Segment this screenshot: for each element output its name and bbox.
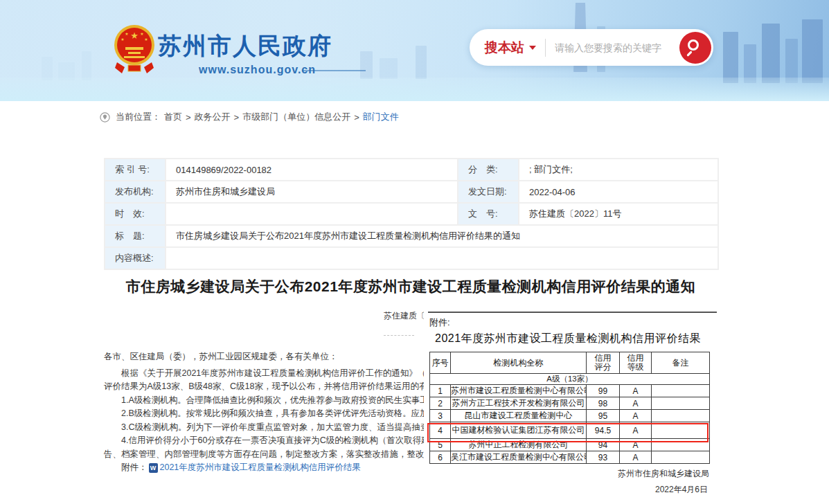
cell-remark	[652, 439, 710, 451]
search-input[interactable]	[555, 42, 679, 53]
attachment-label: 附件：	[121, 462, 148, 474]
cell-no: 1	[430, 385, 451, 397]
meta-value-agency: 苏州市住房和城乡建设局	[166, 181, 458, 203]
search-divider	[545, 39, 546, 57]
table-row: 5 苏州中正工程检测有限公司 94 A	[430, 439, 710, 451]
breadcrumb-label: 当前位置：	[116, 111, 161, 123]
cell-name: 苏州中正工程检测有限公司	[451, 439, 587, 451]
cell-no: 6	[430, 451, 451, 464]
cell-score: 98	[587, 397, 620, 410]
table-row: 2 苏州方正工程技术开发检测有限公司 98 A	[430, 397, 710, 410]
meta-label-category: 分 类:	[458, 159, 519, 181]
search-button[interactable]	[679, 32, 711, 64]
cell-remark	[652, 422, 710, 439]
cell-remark	[652, 397, 710, 410]
table-row: 内容概述:	[105, 247, 718, 269]
cell-no: 4	[430, 422, 451, 439]
site-url: www.suzhou.gov.cn	[199, 64, 316, 76]
search-scope-dropdown[interactable]: 搜本站	[485, 39, 536, 57]
table-row: 6 吴江市建设工程质量检测中心有限公司 93 A	[430, 451, 710, 464]
panel-top-rule	[428, 312, 717, 313]
table-row: 标 题: 市住房城乡建设局关于公布2021年度苏州市建设工程质量检测机构信用评价…	[105, 225, 718, 247]
cell-name: 中国建材检验认证集团江苏有限公司	[451, 422, 587, 439]
table-row: 1 苏州市建设工程质量检测中心有限公司 99 A	[430, 385, 710, 397]
table-row-highlighted: 4 中国建材检验认证集团江苏有限公司 94.5 A	[430, 422, 710, 439]
col-header-grade: 信用等级	[620, 352, 652, 374]
panel-attachment-label: 附件:	[429, 316, 720, 329]
breadcrumb-separator: >	[186, 112, 191, 123]
meta-label-docno: 文 号:	[458, 203, 519, 225]
cell-remark	[652, 451, 710, 464]
cell-remark	[652, 385, 710, 397]
meta-value-docno: 苏住建质〔2022〕11号	[519, 203, 718, 225]
cell-remark	[652, 410, 710, 422]
dashed-line-fragment	[384, 335, 414, 336]
cell-score: 95	[587, 410, 620, 422]
meta-label-date: 发文日期:	[458, 181, 519, 203]
svg-text:★: ★	[140, 32, 143, 36]
cell-no: 2	[430, 397, 451, 410]
credit-rating-table: 序号 检测机构全称 信用评分 信用等级 备注 A级（13家） 1 苏州市建设工程…	[429, 352, 710, 464]
attachment-preview-panel: 附件: 2021年度苏州市建设工程质量检测机构信用评价结果 序号 检测机构全称 …	[424, 302, 720, 504]
col-header-name: 检测机构全称	[451, 352, 587, 374]
water-band	[0, 78, 829, 101]
panel-title: 2021年度苏州市建设工程质量检测机构信用评价结果	[435, 332, 720, 346]
cell-name: 吴江市建设工程质量检测中心有限公司	[451, 451, 587, 464]
cell-grade: A	[620, 439, 652, 451]
breadcrumb-item-dept-info[interactable]: 市级部门（单位）信息公开	[242, 111, 350, 123]
breadcrumb-item-home[interactable]: 首页	[164, 111, 182, 123]
search-icon	[688, 39, 699, 51]
signature-date: 2022年4月6日	[424, 484, 708, 496]
col-header-score: 信用评分	[587, 352, 620, 374]
meta-label-agency: 发布机构:	[105, 181, 166, 203]
signature: 苏州市住房和城乡建设局	[424, 468, 709, 480]
meta-label-title: 标 题:	[105, 225, 166, 247]
word-doc-icon: W	[149, 463, 158, 473]
table-row: 时 效: 文 号: 苏住建质〔2022〕11号	[105, 203, 718, 225]
cell-score: 99	[587, 385, 620, 397]
cell-grade: A	[620, 397, 652, 410]
search-scope-label: 搜本站	[485, 39, 524, 57]
meta-value-date: 2022-04-06	[519, 181, 718, 203]
document-meta-table: 索 引 号: 014149869/2022-00182 分 类: ; 部门文件;…	[104, 158, 719, 270]
breadcrumb-item-dept-files[interactable]: 部门文件	[363, 111, 399, 123]
meta-label-summary: 内容概述:	[105, 247, 166, 269]
url-underline	[302, 70, 366, 71]
meta-value-title: 市住房城乡建设局关于公布2021年度苏州市建设工程质量检测机构信用评价结果的通知	[166, 225, 718, 247]
cell-name: 苏州方正工程技术开发检测有限公司	[451, 397, 587, 410]
cell-grade: A	[620, 410, 652, 422]
cell-score: 94.5	[587, 422, 620, 439]
cell-score: 93	[587, 451, 620, 464]
meta-value-validity	[166, 203, 458, 225]
cell-grade: A	[620, 385, 652, 397]
meta-value-summary	[166, 247, 718, 269]
breadcrumb: 当前位置： 首页 > 政务公开 > 市级部门（单位）信息公开 > 部门文件	[100, 111, 399, 123]
col-header-no: 序号	[430, 352, 451, 374]
attachment-link[interactable]: 2021年度苏州市建设工程质量检测机构信用评价结果	[160, 462, 361, 474]
page-title: 市住房城乡建设局关于公布2021年度苏州市建设工程质量检测机构信用评价结果的通知	[104, 277, 717, 296]
chevron-down-icon	[529, 46, 536, 50]
table-group-row: A级（13家）	[430, 374, 710, 385]
svg-text:★: ★	[144, 37, 148, 42]
svg-text:★: ★	[130, 30, 139, 41]
table-row: 3 昆山市建设工程质量检测中心 95 A	[430, 410, 710, 422]
national-emblem-logo: ★ ★ ★ ★ ★	[113, 24, 156, 76]
cell-score: 94	[587, 439, 620, 451]
cell-no: 5	[430, 439, 451, 451]
svg-text:★: ★	[121, 37, 124, 42]
meta-value-index: 014149869/2022-00182	[166, 159, 458, 181]
location-pin-icon	[100, 112, 110, 123]
col-header-remark: 备注	[652, 352, 710, 374]
table-header-row: 序号 检测机构全称 信用评分 信用等级 备注	[430, 352, 710, 374]
site-title: 苏州市人民政府	[158, 30, 332, 62]
meta-label-index: 索 引 号:	[105, 159, 166, 181]
table-row: 发布机构: 苏州市住房和城乡建设局 发文日期: 2022-04-06	[105, 181, 718, 203]
cell-name: 苏州市建设工程质量检测中心有限公司	[451, 385, 587, 397]
page: { "header": { "site_name": "苏州市人民政府", "s…	[0, 0, 829, 504]
meta-value-category: ; 部门文件;	[519, 159, 718, 181]
table-row: 索 引 号: 014149869/2022-00182 分 类: ; 部门文件;	[105, 159, 718, 181]
search-icon-handle	[686, 51, 692, 56]
cell-no: 3	[430, 410, 451, 422]
breadcrumb-item-gov-info[interactable]: 政务公开	[195, 111, 231, 123]
svg-text:★: ★	[125, 32, 128, 36]
